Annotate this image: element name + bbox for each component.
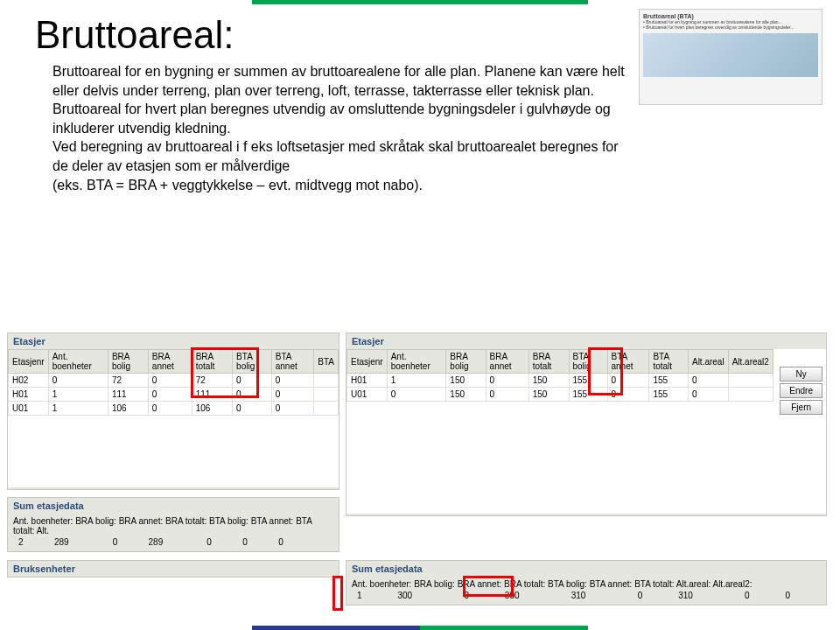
desc-p2: Bruttoareal for hvert plan beregnes utve… [52,100,630,137]
etasjer-table-right: Etasjenr Ant. boenheter BRA bolig BRA an… [346,349,774,402]
table-row: H0207207200 [9,374,339,388]
fjern-button[interactable]: Fjern [780,400,822,415]
thumb-title: Bruttoareal (BTA) [643,13,818,19]
sum-etasjedata-left: Sum etasjedata Ant. boenheter: BRA bolig… [7,497,340,552]
table-row: U011106010600 [9,402,339,416]
table-header-row: Etasjenr Ant. boenheter BRA bolig BRA an… [9,350,339,374]
table-row: U010150015015501550 [347,388,774,402]
desc-p3: Ved beregning av bruttoareal i f eks lof… [52,137,630,175]
sum-title-left: Sum etasjedata [8,498,339,514]
bruksenheter-title: Bruksenheter [8,561,339,577]
top-thumbnail: Bruttoareal (BTA) • Bruttoareal for en b… [639,9,822,105]
highlight-box [588,347,623,396]
highlight-box [332,576,343,611]
panel-title-right: Etasjer [346,333,826,349]
sum-header-left: Ant. boenheter: BRA bolig: BRA annet: BR… [13,516,333,536]
highlight-box [191,347,259,398]
highlight-box [463,576,514,597]
etasjer-panel-left: Etasjer Etasjenr Ant. boenheter BRA boli… [7,332,340,490]
ny-button[interactable]: Ny [780,367,822,382]
endre-button[interactable]: Endre [780,383,822,398]
panel-title-left: Etasjer [8,333,339,349]
table-row: H011111011100 [9,388,339,402]
sum-header-right: Ant. boenheter: BRA bolig: BRA annet: BR… [352,579,821,589]
sum-title-right: Sum etasjedata [346,561,826,577]
bottom-accent-bar [252,626,588,630]
etasjer-table-left: Etasjenr Ant. boenheter BRA bolig BRA an… [8,349,339,416]
description: Bruttoareal for en bygning er summen av … [0,62,682,194]
etasjer-panel-right: Etasjer Etasjenr Ant. boenheter BRA boli… [346,332,827,516]
desc-p1: Bruttoareal for en bygning er summen av … [52,62,630,100]
desc-p4: (eks. BTA = BRA + veggtykkelse – evt. mi… [52,176,630,195]
table-row: H011150015015501550 [347,374,774,388]
sum-etasjedata-right: Sum etasjedata Ant. boenheter: BRA bolig… [346,560,827,606]
table-header-row: Etasjenr Ant. boenheter BRA bolig BRA an… [347,350,774,374]
bruksenheter-panel: Bruksenheter [7,560,340,578]
